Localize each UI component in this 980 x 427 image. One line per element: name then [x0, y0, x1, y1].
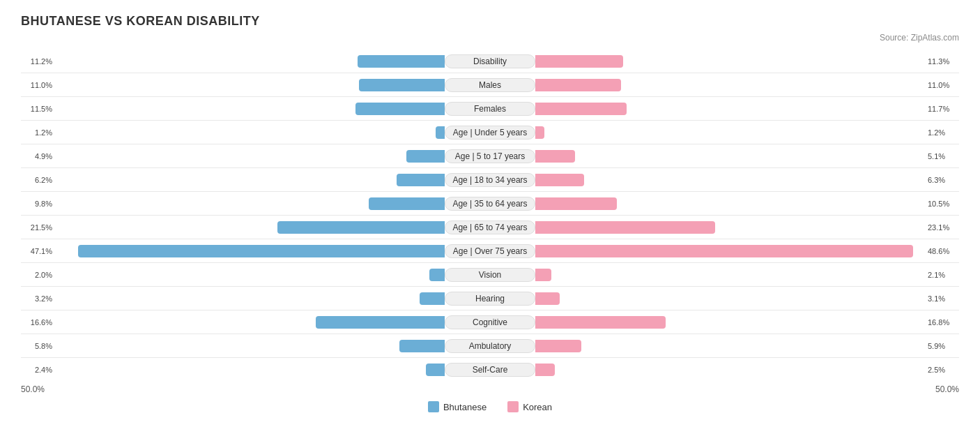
bar-blue-5: [397, 174, 445, 186]
chart-row: 16.6% Cognitive 16.8%: [21, 310, 959, 334]
row-label-1: Males: [445, 78, 535, 92]
bar-blue-8: [78, 245, 445, 257]
right-value-5: 6.3%: [924, 176, 959, 184]
legend: Bhutanese Korean: [21, 401, 959, 412]
right-value-1: 11.0%: [924, 81, 959, 89]
chart-row: 11.5% Females 11.7%: [21, 97, 959, 121]
left-value-12: 5.8%: [21, 342, 56, 350]
row-label-13: Self-Care: [445, 363, 535, 377]
right-value-10: 3.1%: [924, 294, 959, 303]
bar-pink-4: [535, 150, 575, 163]
axis-labels: 50.0% 50.0%: [21, 384, 959, 394]
bar-pink-11: [535, 316, 666, 329]
bar-pink-8: [535, 245, 913, 257]
left-value-8: 47.1%: [21, 247, 56, 255]
bar-blue-7: [277, 221, 445, 234]
row-label-7: Age | 65 to 74 years: [445, 220, 535, 234]
row-label-6: Age | 35 to 64 years: [445, 197, 535, 211]
bar-blue-13: [426, 364, 445, 376]
chart-row: 6.2% Age | 18 to 34 years 6.3%: [21, 168, 959, 192]
left-value-3: 1.2%: [21, 128, 56, 137]
right-value-4: 5.1%: [924, 152, 959, 160]
chart-row: 21.5% Age | 65 to 74 years 23.1%: [21, 216, 959, 239]
row-label-5: Age | 18 to 34 years: [445, 173, 535, 187]
chart-row: 2.0% Vision 2.1%: [21, 263, 959, 287]
chart-row: 2.4% Self-Care 2.5%: [21, 358, 959, 382]
right-value-0: 11.3%: [924, 57, 959, 66]
source-label: Source: ZipAtlas.com: [21, 33, 959, 43]
right-value-7: 23.1%: [924, 223, 959, 232]
right-value-8: 48.6%: [924, 247, 959, 255]
axis-left-label: 50.0%: [21, 384, 45, 394]
left-value-4: 4.9%: [21, 152, 56, 160]
left-value-5: 6.2%: [21, 176, 56, 184]
left-value-10: 3.2%: [21, 294, 56, 303]
bar-blue-11: [316, 316, 445, 329]
bar-blue-1: [359, 79, 445, 91]
chart-row: 5.8% Ambulatory 5.9%: [21, 334, 959, 358]
chart-container: 11.2% Disability 11.3% 11.0%: [21, 50, 959, 382]
chart-row: 11.2% Disability 11.3%: [21, 50, 959, 73]
bar-pink-9: [535, 269, 551, 281]
bar-pink-10: [535, 292, 560, 305]
bar-blue-0: [358, 55, 445, 68]
bar-pink-12: [535, 340, 581, 352]
bar-pink-13: [535, 364, 555, 376]
right-value-6: 10.5%: [924, 200, 959, 208]
row-label-12: Ambulatory: [445, 339, 535, 353]
left-value-0: 11.2%: [21, 57, 56, 66]
bar-blue-10: [420, 292, 445, 305]
legend-korean-box: [507, 401, 519, 412]
chart-row: 9.8% Age | 35 to 64 years 10.5%: [21, 192, 959, 216]
left-value-13: 2.4%: [21, 366, 56, 374]
bar-pink-6: [535, 197, 617, 210]
bar-blue-6: [369, 197, 445, 210]
row-label-0: Disability: [445, 54, 535, 68]
left-value-9: 2.0%: [21, 271, 56, 279]
chart-row: 47.1% Age | Over 75 years 48.6%: [21, 239, 959, 263]
chart-row: 4.9% Age | 5 to 17 years 5.1%: [21, 144, 959, 168]
bar-blue-9: [429, 269, 445, 281]
legend-korean-label: Korean: [523, 402, 552, 412]
row-label-3: Age | Under 5 years: [445, 126, 535, 140]
row-label-8: Age | Over 75 years: [445, 244, 535, 258]
chart-row: 1.2% Age | Under 5 years 1.2%: [21, 121, 959, 144]
left-value-7: 21.5%: [21, 223, 56, 232]
right-value-9: 2.1%: [924, 271, 959, 279]
right-value-11: 16.8%: [924, 318, 959, 327]
legend-bhutanese: Bhutanese: [428, 401, 487, 412]
bar-pink-0: [535, 55, 623, 68]
left-value-11: 16.6%: [21, 318, 56, 327]
right-value-2: 11.7%: [924, 105, 959, 113]
legend-bhutanese-box: [428, 401, 439, 412]
axis-right-label: 50.0%: [935, 384, 959, 394]
right-value-12: 5.9%: [924, 342, 959, 350]
row-label-2: Females: [445, 102, 535, 116]
right-value-13: 2.5%: [924, 366, 959, 374]
row-label-9: Vision: [445, 268, 535, 282]
chart-row: 3.2% Hearing 3.1%: [21, 287, 959, 310]
bar-pink-1: [535, 79, 621, 91]
row-label-4: Age | 5 to 17 years: [445, 149, 535, 163]
bar-blue-12: [399, 340, 445, 352]
bar-blue-4: [406, 150, 445, 163]
legend-bhutanese-label: Bhutanese: [443, 402, 487, 412]
bar-pink-2: [535, 103, 627, 115]
bar-pink-5: [535, 174, 584, 186]
left-value-6: 9.8%: [21, 200, 56, 208]
legend-korean: Korean: [507, 401, 552, 412]
left-value-2: 11.5%: [21, 105, 56, 113]
bar-pink-7: [535, 221, 715, 234]
right-value-3: 1.2%: [924, 128, 959, 137]
row-label-10: Hearing: [445, 292, 535, 306]
chart-row: 11.0% Males 11.0%: [21, 73, 959, 97]
bar-blue-3: [436, 126, 445, 139]
bar-blue-2: [355, 103, 445, 115]
row-label-11: Cognitive: [445, 315, 535, 329]
left-value-1: 11.0%: [21, 81, 56, 89]
bar-pink-3: [535, 126, 544, 139]
chart-title: BHUTANESE VS KOREAN DISABILITY: [21, 14, 959, 29]
